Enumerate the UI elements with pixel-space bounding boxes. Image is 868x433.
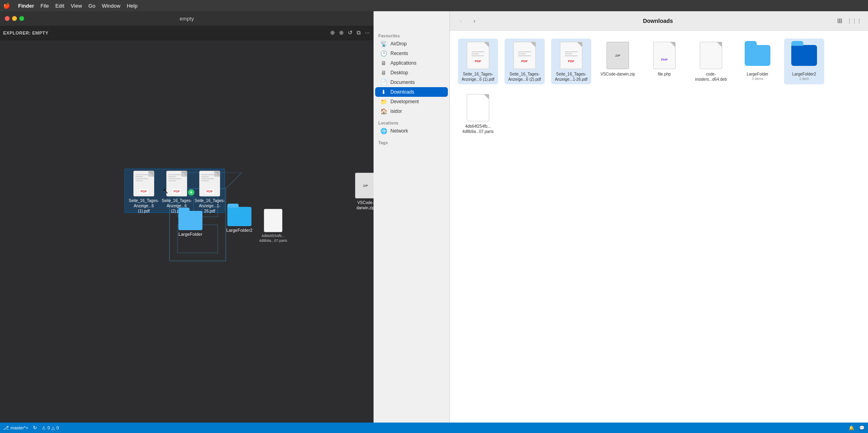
menubar-view[interactable]: View [71, 3, 82, 9]
collapse-icon[interactable]: ⧉ [356, 29, 361, 37]
vscode-title: empty [180, 16, 194, 22]
sidebar-item-development[interactable]: 📁 Development [375, 97, 448, 106]
new-file-icon[interactable]: ⊕ [329, 29, 336, 37]
blank-file[interactable]: 4db64f254fb...4d8b9a...07.parts [257, 209, 289, 243]
zip-file[interactable]: ZIP VSCode-darwin.zip [349, 173, 374, 210]
pdf3-icon: PDF [560, 42, 582, 69]
airdrop-icon: 📡 [380, 41, 387, 47]
finder-pdf-2[interactable]: PDF Seite_16_Tages-Anzeige...6 (2).pdf [504, 39, 545, 84]
error-section[interactable]: ⚠ 0 △ 0 [42, 425, 59, 431]
sort-button[interactable]: ⋮⋮⋮ [847, 18, 862, 24]
pdf-file-3-icon: PDF [199, 171, 220, 196]
vscode-titlebar: empty [0, 11, 374, 26]
zip-label: VSCode-darwin.zip [600, 71, 635, 77]
sync-section[interactable]: ↻ [33, 425, 37, 431]
main-container: empty EXPLORER: EMPTY ⊕ ⊕ ↺ ⧉ ··· [0, 11, 868, 423]
sidebar-item-downloads[interactable]: ⬇ Downloads [375, 87, 448, 97]
finder-pdf-1[interactable]: PDF Seite_16_Tages-Anzeige...6 (1).pdf [458, 39, 498, 84]
large-folder-1[interactable]: LargeFolder [174, 211, 206, 237]
parts-label: 4db64f254fb...4d8b9a...07.parts [462, 124, 494, 134]
finder-pdf-3[interactable]: PDF Seite_16_Tages-Anzeige...1-26.pdf [551, 39, 591, 84]
finder-deb[interactable]: code-insiders...d64.deb [691, 39, 731, 84]
development-icon: 📁 [380, 98, 387, 105]
sidebar-item-recents[interactable]: 🕐 Recents [375, 49, 448, 58]
minimize-button[interactable] [12, 16, 17, 21]
finder-main: ‹ › Downloads ⊞ ⋮⋮⋮ PDF [450, 11, 868, 423]
desktop-icon: 🖥 [380, 69, 387, 76]
zip-icon: ZIP [355, 173, 374, 198]
locations-section: Locations 🌐 Network [374, 118, 449, 137]
parts-icon [467, 94, 489, 121]
zip-label: VSCode-darwin.zip [356, 200, 374, 210]
finder-parts[interactable]: 4db64f254fb...4d8b9a...07.parts [458, 91, 498, 137]
cursor-arrow: ↖ [163, 187, 169, 196]
sidebar-item-applications[interactable]: 🖥 Applications [375, 58, 448, 68]
new-folder-icon[interactable]: ⊕ [338, 29, 345, 37]
view-grid-icon[interactable]: ⊞ [837, 17, 842, 25]
applications-label: Applications [390, 60, 417, 66]
menubar-finder[interactable]: Finder [18, 3, 34, 9]
tags-label: Tags [374, 139, 449, 146]
close-button[interactable] [5, 16, 10, 21]
branch-section[interactable]: ⎇ master*+ [3, 425, 28, 431]
recents-label: Recents [390, 51, 408, 56]
favourites-label: Favourites [374, 32, 449, 39]
pdf-file-2-icon: PDF [166, 171, 187, 196]
isidor-icon: 🏠 [380, 108, 387, 114]
apple-menu-icon[interactable]: 🍎 [3, 2, 10, 9]
recents-icon: 🕐 [380, 50, 387, 57]
more-icon[interactable]: ··· [364, 29, 370, 37]
back-button[interactable]: ‹ [456, 16, 465, 25]
finder-zip[interactable]: ZIP VSCode-darwin.zip [598, 39, 638, 84]
sidebar-header [374, 11, 449, 31]
pdf-file-3[interactable]: PDF Seite_16_Tages-Anzeige...1-26.pdf [194, 171, 226, 214]
git-branch-icon: ⎇ [3, 425, 9, 431]
network-icon: 🌐 [380, 128, 387, 134]
warning-icon: △ [51, 425, 55, 431]
sidebar-item-network[interactable]: 🌐 Network [375, 126, 448, 136]
toolbar-icons: ⊕ ⊕ ↺ ⧉ ··· [329, 29, 370, 37]
finder-php[interactable]: PHP file.php [644, 39, 684, 84]
notification-icon[interactable]: 🔔 [849, 425, 854, 431]
pdf1-label: Seite_16_Tages-Anzeige...6 (1).pdf [460, 71, 496, 82]
sidebar-item-isidor[interactable]: 🏠 isidor [375, 106, 448, 116]
vscode-panel: empty EXPLORER: EMPTY ⊕ ⊕ ↺ ⧉ ··· [0, 11, 374, 423]
airdrop-label: AirDrop [390, 41, 407, 47]
pdf2-label: Seite_16_Tages-Anzeige...6 (2).pdf [507, 71, 542, 82]
zip-icon: ZIP [607, 42, 629, 69]
vscode-content[interactable]: PDF Seite_16_Tages-Anzeige...6 (1).pdf P… [0, 40, 374, 423]
sidebar-item-documents[interactable]: 📄 Documents [375, 78, 448, 87]
finder-folder1[interactable]: LargeFolder 3 items [737, 39, 778, 84]
folder1-label: LargeFolder [747, 71, 768, 77]
folder2-label: LargeFolder2 [792, 71, 816, 77]
traffic-lights [5, 16, 24, 21]
explorer-label: EXPLORER: EMPTY [3, 31, 49, 35]
sidebar-item-desktop[interactable]: 🖥 Desktop [375, 68, 448, 78]
menubar-edit[interactable]: Edit [55, 3, 64, 9]
menubar-window[interactable]: Window [102, 3, 120, 9]
finder-title: Downloads [484, 18, 832, 24]
forward-button[interactable]: › [470, 16, 479, 25]
finder-content[interactable]: PDF Seite_16_Tages-Anzeige...6 (1).pdf P… [450, 31, 868, 423]
pdf2-icon: PDF [513, 42, 536, 69]
pdf-file-1-icon: PDF [133, 171, 154, 196]
menubar-file[interactable]: File [41, 3, 49, 9]
finder-toolbar: ‹ › Downloads ⊞ ⋮⋮⋮ [450, 11, 868, 31]
blank-file-label: 4db64f254fb...4d8b9a...07.parts [259, 234, 287, 243]
menubar-help[interactable]: Help [127, 3, 138, 9]
network-label: Network [390, 128, 408, 134]
large-folder-2[interactable]: LargeFolder2 [223, 207, 255, 233]
desktop-label: Desktop [390, 70, 408, 76]
sidebar-item-airdrop[interactable]: 📡 AirDrop [375, 39, 448, 49]
finder-folder2[interactable]: LargeFolder2 1 item [784, 39, 824, 84]
pdf-file-1[interactable]: PDF Seite_16_Tages-Anzeige...6 (1).pdf [128, 171, 160, 214]
chat-icon[interactable]: 💬 [859, 425, 865, 431]
deb-label: code-insiders...d64.deb [693, 71, 729, 82]
statusbar: ⎇ master*+ ↻ ⚠ 0 △ 0 🔔 💬 [0, 423, 868, 433]
pdf-file-1-label: Seite_16_Tages-Anzeige...6 (1).pdf [128, 198, 160, 214]
locations-label: Locations [374, 119, 449, 126]
maximize-button[interactable] [19, 16, 24, 21]
refresh-icon[interactable]: ↺ [347, 29, 353, 37]
php-label: file.php [658, 71, 671, 77]
menubar-go[interactable]: Go [88, 3, 95, 9]
